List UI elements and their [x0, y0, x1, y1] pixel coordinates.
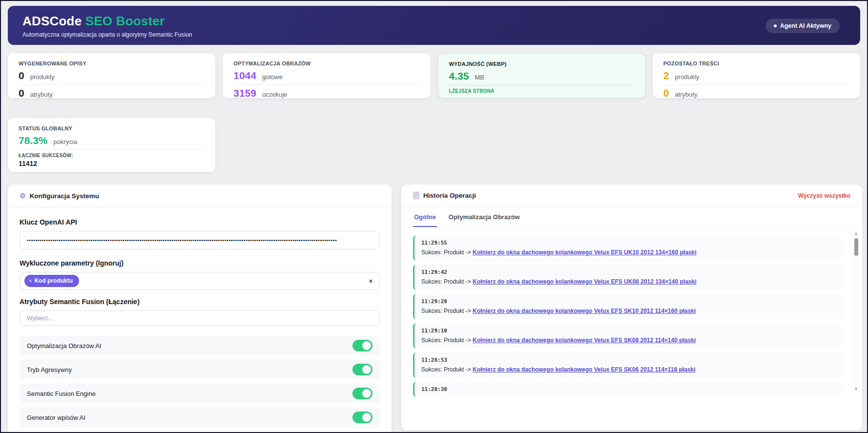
log-prefix: Sukces: Produkt ->	[421, 278, 473, 285]
history-log-list: 11:29:55 Sukces: Produkt -> Kołnierz do …	[413, 235, 849, 397]
toggle-knob	[362, 365, 371, 374]
toggle-switch[interactable]	[352, 364, 372, 375]
fusion-attributes-label: Atrybuty Semantic Fusion (Łączenie)	[20, 298, 380, 306]
excluded-params-select[interactable]: × Kod produktu ×	[20, 272, 380, 290]
stat-value: 1044	[233, 70, 256, 81]
log-product-link[interactable]: Kołnierz do okna dachowego kolankowego V…	[473, 366, 696, 373]
config-panel: ⚙ Konfiguracja Systemu Klucz OpenAI API …	[8, 185, 392, 433]
api-key-label: Klucz OpenAI API	[20, 218, 380, 226]
config-title-text: Konfiguracja Systemu	[30, 192, 100, 200]
excluded-param-tag[interactable]: × Kod produktu	[24, 275, 79, 287]
stat-card-performance: WYDAJNOŚĆ (WEBP) 4.35 MB LŻEJSZA STRONA	[438, 53, 645, 98]
agent-status-badge: Agent AI Aktywny	[765, 19, 840, 33]
history-scrollbar[interactable]: ▲ ▼	[853, 231, 859, 392]
status-dot-icon	[774, 24, 777, 27]
toggle-switch[interactable]	[352, 340, 372, 351]
divider	[449, 85, 634, 85]
scrollbar-thumb[interactable]	[854, 238, 858, 256]
stat-card-label: WYGENEROWANE OPISY	[19, 61, 205, 66]
stat-card-generated: WYGENEROWANE OPISY 0 produkty 0 atrybuty	[8, 53, 215, 98]
stat-value: 4.35	[449, 71, 469, 82]
toggle-row-ai-posts-generator: Generator wpisów AI	[20, 408, 380, 427]
toggle-label: Optymalizacja Obrazów AI	[27, 342, 101, 350]
stat-unit: gotowe	[262, 73, 283, 81]
app-title: ADSCode SEO Booster	[22, 14, 846, 29]
config-panel-header: ⚙ Konfiguracja Systemu	[8, 185, 392, 207]
divider	[19, 149, 205, 150]
log-time: 11:28:38	[421, 386, 836, 392]
toggle-row-semantic-fusion: Semantic Fusion Engine	[20, 384, 380, 403]
toggle-knob	[362, 389, 371, 398]
log-time: 11:29:28	[421, 298, 836, 305]
divider	[663, 84, 849, 85]
toggle-switch[interactable]	[352, 412, 372, 423]
brand-accent: SEO Booster	[85, 14, 165, 28]
stat-value: 3159	[233, 88, 256, 99]
log-entry: 11:29:42 Sukces: Produkt -> Kołnierz do …	[413, 265, 843, 290]
brand-name: ADSCode	[22, 14, 82, 28]
app-header: ADSCode SEO Booster Automatyczna optymal…	[8, 6, 860, 45]
stat-value: 0	[19, 70, 24, 81]
stat-value: 0	[663, 88, 669, 99]
gear-icon: ⚙	[20, 192, 26, 200]
tag-remove-icon[interactable]: ×	[29, 278, 32, 284]
history-panel-header: Historia Operacji Wyczyść wszystko	[401, 185, 862, 207]
stat-card-footer: LŻEJSZA STRONA	[449, 88, 634, 94]
stat-unit: oczekuje	[262, 91, 287, 98]
stat-value: 0	[19, 88, 24, 99]
log-time: 11:29:10	[421, 328, 836, 334]
history-tabs: Ogólne Optymalizacja Obrazów	[401, 207, 862, 227]
log-prefix: Sukces: Produkt ->	[421, 337, 473, 344]
stat-unit: pokrycia	[54, 138, 77, 145]
divider	[19, 84, 205, 85]
history-panel-title: Historia Operacji	[413, 192, 476, 199]
document-icon	[413, 192, 419, 199]
history-log-area: 11:29:55 Sukces: Produkt -> Kołnierz do …	[401, 227, 862, 397]
log-product-link[interactable]: Kołnierz do okna dachowego kolankowego V…	[473, 278, 697, 285]
stat-card-label: WYDAJNOŚĆ (WEBP)	[449, 61, 634, 67]
log-message: Sukces: Produkt -> Kołnierz do okna dach…	[421, 249, 836, 256]
clear-selection-icon[interactable]: ×	[369, 278, 372, 285]
stat-unit: produkty	[30, 73, 55, 81]
toggle-switch[interactable]	[352, 388, 372, 399]
stat-card-label: OPTYMALIZACJA OBRAZÓW	[233, 61, 419, 66]
log-time: 11:29:42	[421, 269, 836, 275]
log-entry: 11:28:53 Sukces: Produkt -> Kołnierz do …	[413, 352, 843, 378]
stat-card-image-optimization: OPTYMALIZACJA OBRAZÓW 1044 gotowe 3159 o…	[223, 53, 430, 98]
log-message: Sukces: Produkt -> Kołnierz do okna dach…	[421, 366, 836, 373]
toggle-knob	[362, 413, 371, 422]
stat-unit: MB	[475, 74, 484, 81]
stat-unit: atrybuty	[30, 91, 53, 98]
api-key-input[interactable]: ••••••••••••••••••••••••••••••••••••••••…	[20, 231, 380, 249]
tab-image-optimization[interactable]: Optymalizacja Obrazów	[448, 207, 521, 227]
log-prefix: Sukces: Produkt ->	[421, 308, 473, 314]
total-successes-label: ŁĄCZNIE SUKCESÓW:	[19, 153, 205, 158]
app-subtitle: Automatyczna optymalizacja oparta o algo…	[22, 31, 846, 38]
tab-general[interactable]: Ogólne	[413, 207, 437, 227]
scroll-down-icon[interactable]: ▼	[854, 387, 858, 392]
log-time: 11:29:55	[421, 240, 836, 246]
total-successes-value: 11412	[19, 160, 205, 167]
stat-unit: atrybuty	[675, 91, 697, 98]
excluded-params-label: Wykluczone parametry (Ignoruj)	[20, 259, 380, 267]
stat-card-label: STATUS GLOBALNY	[19, 125, 205, 131]
toggle-label: Semantic Fusion Engine	[27, 390, 96, 397]
stats-grid: WYGENEROWANE OPISY 0 produkty 0 atrybuty…	[8, 53, 860, 172]
log-entry: 11:29:55 Sukces: Produkt -> Kołnierz do …	[413, 235, 843, 261]
main-content: ⚙ Konfiguracja Systemu Klucz OpenAI API …	[8, 185, 860, 433]
log-product-link[interactable]: Kołnierz do okna dachowego kolankowego V…	[473, 337, 696, 344]
stat-card-label: POZOSTAŁO TREŚCI	[663, 61, 849, 66]
log-message: Sukces: Produkt -> Kołnierz do okna dach…	[421, 308, 836, 314]
fusion-attributes-input[interactable]	[20, 310, 380, 326]
toggle-row-aggressive-mode: Tryb Agresywny	[20, 360, 380, 379]
toggle-label: Generator wpisów AI	[27, 414, 85, 421]
stat-value: 78.3%	[19, 135, 48, 146]
log-product-link[interactable]: Kołnierz do okna dachowego kolankowego V…	[473, 249, 697, 256]
clear-all-link[interactable]: Wyczyść wszystko	[798, 192, 850, 199]
log-product-link[interactable]: Kołnierz do okna dachowego kolankowego V…	[473, 308, 696, 314]
toggle-knob	[362, 341, 371, 350]
stat-value: 2	[663, 70, 669, 81]
tag-label: Kod produktu	[34, 277, 73, 284]
log-entry: 11:28:38	[413, 382, 843, 397]
scroll-up-icon[interactable]: ▲	[854, 231, 858, 237]
